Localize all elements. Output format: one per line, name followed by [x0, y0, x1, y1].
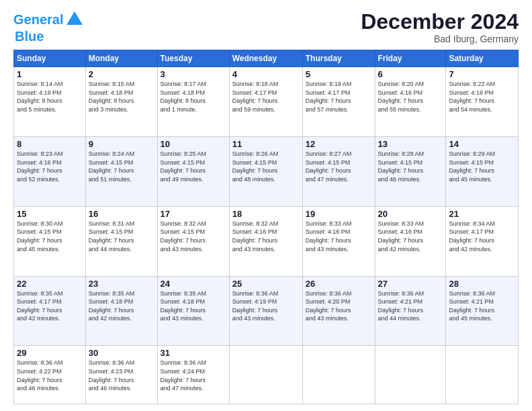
- logo-text: General: [13, 12, 63, 27]
- table-row: 2Sunrise: 8:15 AMSunset: 4:18 PMDaylight…: [85, 67, 157, 137]
- day-number: 22: [17, 279, 83, 289]
- table-row: 3Sunrise: 8:17 AMSunset: 4:18 PMDaylight…: [157, 67, 229, 137]
- day-info: Sunrise: 8:28 AMSunset: 4:15 PMDaylight:…: [378, 150, 443, 183]
- day-info: Sunrise: 8:20 AMSunset: 4:16 PMDaylight:…: [378, 80, 443, 113]
- day-info: Sunrise: 8:36 AMSunset: 4:21 PMDaylight:…: [449, 289, 515, 323]
- svg-marker-0: [66, 11, 83, 25]
- day-info: Sunrise: 8:32 AMSunset: 4:16 PMDaylight:…: [232, 220, 300, 253]
- day-number: 20: [378, 209, 443, 219]
- day-info: Sunrise: 8:27 AMSunset: 4:15 PMDaylight:…: [306, 150, 372, 183]
- table-row: 22Sunrise: 8:35 AMSunset: 4:17 PMDayligh…: [14, 276, 86, 346]
- col-friday: Friday: [375, 50, 446, 67]
- day-info: Sunrise: 8:19 AMSunset: 4:17 PMDaylight:…: [306, 80, 372, 113]
- col-wednesday: Wednesday: [229, 50, 302, 67]
- table-row: 8Sunrise: 8:23 AMSunset: 4:16 PMDaylight…: [14, 137, 86, 207]
- day-info: Sunrise: 8:29 AMSunset: 4:15 PMDaylight:…: [449, 150, 515, 183]
- table-row: 11Sunrise: 8:26 AMSunset: 4:15 PMDayligh…: [229, 137, 302, 207]
- table-row: 21Sunrise: 8:34 AMSunset: 4:17 PMDayligh…: [446, 206, 519, 276]
- table-row: 29Sunrise: 8:36 AMSunset: 4:22 PMDayligh…: [14, 346, 86, 404]
- table-row: [375, 346, 446, 404]
- day-number: 23: [89, 279, 154, 289]
- table-row: 16Sunrise: 8:31 AMSunset: 4:15 PMDayligh…: [85, 206, 157, 276]
- day-number: 8: [17, 139, 83, 149]
- day-number: 24: [161, 279, 226, 289]
- day-info: Sunrise: 8:36 AMSunset: 4:20 PMDaylight:…: [306, 289, 372, 323]
- calendar-week-row: 22Sunrise: 8:35 AMSunset: 4:17 PMDayligh…: [14, 276, 519, 346]
- day-info: Sunrise: 8:24 AMSunset: 4:15 PMDaylight:…: [89, 150, 154, 183]
- table-row: 17Sunrise: 8:32 AMSunset: 4:15 PMDayligh…: [157, 206, 229, 276]
- day-number: 4: [232, 69, 300, 79]
- table-row: 5Sunrise: 8:19 AMSunset: 4:17 PMDaylight…: [302, 67, 375, 137]
- day-number: 14: [449, 139, 515, 149]
- day-info: Sunrise: 8:15 AMSunset: 4:18 PMDaylight:…: [89, 80, 154, 113]
- table-row: 27Sunrise: 8:36 AMSunset: 4:21 PMDayligh…: [375, 276, 446, 346]
- day-info: Sunrise: 8:26 AMSunset: 4:15 PMDaylight:…: [232, 150, 300, 183]
- day-number: 2: [89, 69, 154, 79]
- table-row: 20Sunrise: 8:33 AMSunset: 4:16 PMDayligh…: [375, 206, 446, 276]
- col-thursday: Thursday: [302, 50, 375, 67]
- table-row: 14Sunrise: 8:29 AMSunset: 4:15 PMDayligh…: [446, 137, 519, 207]
- day-info: Sunrise: 8:36 AMSunset: 4:21 PMDaylight:…: [378, 289, 443, 323]
- table-row: [229, 346, 302, 404]
- day-info: Sunrise: 8:31 AMSunset: 4:15 PMDaylight:…: [89, 220, 154, 253]
- day-number: 13: [378, 139, 443, 149]
- day-info: Sunrise: 8:23 AMSunset: 4:16 PMDaylight:…: [17, 150, 83, 183]
- day-info: Sunrise: 8:17 AMSunset: 4:18 PMDaylight:…: [161, 80, 226, 113]
- table-row: 12Sunrise: 8:27 AMSunset: 4:15 PMDayligh…: [302, 137, 375, 207]
- logo-general: General: [13, 12, 63, 27]
- day-number: 6: [378, 69, 443, 79]
- day-number: 16: [89, 209, 154, 219]
- page: General Blue December 2024 Bad Iburg, Ge…: [0, 0, 532, 411]
- calendar-week-row: 1Sunrise: 8:14 AMSunset: 4:19 PMDaylight…: [14, 67, 519, 137]
- logo-icon: [65, 10, 84, 29]
- col-saturday: Saturday: [446, 50, 519, 67]
- day-number: 3: [161, 69, 226, 79]
- header-row: Sunday Monday Tuesday Wednesday Thursday…: [14, 50, 519, 67]
- table-row: [302, 346, 375, 404]
- day-number: 9: [89, 139, 154, 149]
- day-info: Sunrise: 8:25 AMSunset: 4:15 PMDaylight:…: [161, 150, 226, 183]
- day-number: 17: [161, 209, 226, 219]
- table-row: 1Sunrise: 8:14 AMSunset: 4:19 PMDaylight…: [14, 67, 86, 137]
- title-area: December 2024 Bad Iburg, Germany: [361, 10, 519, 44]
- col-tuesday: Tuesday: [157, 50, 229, 67]
- table-row: 23Sunrise: 8:35 AMSunset: 4:18 PMDayligh…: [85, 276, 157, 346]
- day-info: Sunrise: 8:35 AMSunset: 4:18 PMDaylight:…: [89, 289, 154, 323]
- day-number: 11: [232, 139, 300, 149]
- table-row: 28Sunrise: 8:36 AMSunset: 4:21 PMDayligh…: [446, 276, 519, 346]
- day-info: Sunrise: 8:36 AMSunset: 4:19 PMDaylight:…: [232, 289, 300, 323]
- calendar-week-row: 15Sunrise: 8:30 AMSunset: 4:15 PMDayligh…: [14, 206, 519, 276]
- col-monday: Monday: [85, 50, 157, 67]
- day-number: 26: [306, 279, 372, 289]
- calendar-table: Sunday Monday Tuesday Wednesday Thursday…: [13, 50, 519, 404]
- day-info: Sunrise: 8:35 AMSunset: 4:17 PMDaylight:…: [17, 289, 83, 323]
- day-info: Sunrise: 8:33 AMSunset: 4:16 PMDaylight:…: [378, 220, 443, 253]
- day-number: 27: [378, 279, 443, 289]
- table-row: 13Sunrise: 8:28 AMSunset: 4:15 PMDayligh…: [375, 137, 446, 207]
- day-info: Sunrise: 8:14 AMSunset: 4:19 PMDaylight:…: [17, 80, 83, 113]
- day-info: Sunrise: 8:32 AMSunset: 4:15 PMDaylight:…: [161, 220, 226, 253]
- day-info: Sunrise: 8:18 AMSunset: 4:17 PMDaylight:…: [232, 80, 300, 113]
- table-row: 30Sunrise: 8:36 AMSunset: 4:23 PMDayligh…: [85, 346, 157, 404]
- day-number: 5: [306, 69, 372, 79]
- day-number: 15: [17, 209, 83, 219]
- table-row: 24Sunrise: 8:35 AMSunset: 4:18 PMDayligh…: [157, 276, 229, 346]
- day-number: 7: [449, 69, 515, 79]
- day-number: 18: [232, 209, 300, 219]
- day-number: 28: [449, 279, 515, 289]
- table-row: 6Sunrise: 8:20 AMSunset: 4:16 PMDaylight…: [375, 67, 446, 137]
- table-row: 15Sunrise: 8:30 AMSunset: 4:15 PMDayligh…: [14, 206, 86, 276]
- table-row: 19Sunrise: 8:33 AMSunset: 4:16 PMDayligh…: [302, 206, 375, 276]
- header: General Blue December 2024 Bad Iburg, Ge…: [13, 10, 519, 44]
- table-row: 25Sunrise: 8:36 AMSunset: 4:19 PMDayligh…: [229, 276, 302, 346]
- table-row: 9Sunrise: 8:24 AMSunset: 4:15 PMDaylight…: [85, 137, 157, 207]
- table-row: 18Sunrise: 8:32 AMSunset: 4:16 PMDayligh…: [229, 206, 302, 276]
- location-subtitle: Bad Iburg, Germany: [361, 34, 519, 44]
- table-row: 31Sunrise: 8:36 AMSunset: 4:24 PMDayligh…: [157, 346, 229, 404]
- month-title: December 2024: [361, 10, 519, 34]
- day-number: 21: [449, 209, 515, 219]
- day-info: Sunrise: 8:30 AMSunset: 4:15 PMDaylight:…: [17, 220, 83, 253]
- table-row: 10Sunrise: 8:25 AMSunset: 4:15 PMDayligh…: [157, 137, 229, 207]
- day-info: Sunrise: 8:34 AMSunset: 4:17 PMDaylight:…: [449, 220, 515, 253]
- day-number: 12: [306, 139, 372, 149]
